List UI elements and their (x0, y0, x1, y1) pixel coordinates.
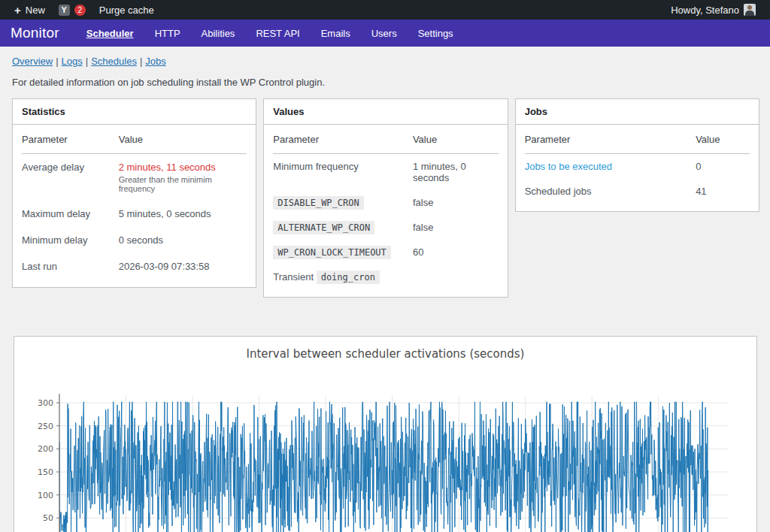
tab-users[interactable]: Users (371, 28, 397, 39)
howdy-label: Howdy, Stefano (671, 5, 739, 16)
table-row: DISABLE_WP_CRONfalse (273, 190, 498, 215)
statistics-card: Statistics ParameterValueAverage delay2 … (12, 98, 256, 288)
yoast-menu[interactable]: Y 2 (52, 0, 92, 20)
breadcrumb-link-logs[interactable]: Logs (62, 56, 83, 67)
constant-badge: WP_CRON_LOCK_TIMEOUT (273, 246, 391, 259)
values-card: Values ParameterValueMinimum frequency1 … (263, 98, 508, 298)
statistics-table: ParameterValueAverage delay2 minutes, 11… (22, 126, 247, 280)
param-cell: Last run (22, 253, 119, 280)
param-cell: Jobs to be executed (525, 154, 696, 180)
breadcrumb-link-overview[interactable]: Overview (12, 56, 53, 67)
plus-icon: + (14, 5, 21, 16)
wp-admin-screen: + New Y 2 Purge cache Howdy, Stefano Mon… (0, 0, 770, 532)
column-header-value: Value (413, 126, 499, 154)
yoast-notification-badge: 2 (74, 5, 86, 16)
interval-line-chart: 0501001502002503000200400600800100012001… (14, 367, 755, 532)
breadcrumb: Overview|Logs|Schedules|Jobs (12, 56, 759, 67)
value-note: Greater than the minimim frequency (119, 175, 247, 193)
new-button-label: New (26, 5, 45, 16)
jobs-to-be-executed-link[interactable]: Jobs to be executed (525, 161, 612, 172)
value-cell (413, 264, 499, 289)
intro-text: For detailed information on job scheduli… (12, 77, 759, 88)
tab-rest-api[interactable]: REST API (256, 28, 299, 39)
value-cell: 5 minutes, 0 seconds (119, 201, 247, 227)
table-row: Maximum delay5 minutes, 0 seconds (22, 201, 247, 227)
table-row: ALTERNATE_WP_CRONfalse (273, 215, 498, 240)
constant-badge: DISABLE_WP_CRON (273, 196, 363, 210)
value-cell: 1 minutes, 0 seconds (413, 154, 499, 191)
param-cell: DISABLE_WP_CRON (273, 190, 413, 215)
table-row: Minimum frequency1 minutes, 0 seconds (273, 154, 498, 191)
chart-title: Interval between scheduler activations (… (14, 347, 756, 361)
value-cell: 2 minutes, 11 secondsGreater than the mi… (119, 154, 247, 201)
table-row: Scheduled jobs41 (525, 179, 750, 204)
statistics-card-title: Statistics (13, 99, 256, 125)
column-header-value: Value (696, 126, 750, 154)
param-cell: WP_CRON_LOCK_TIMEOUT (273, 240, 413, 264)
column-header-parameter: Parameter (22, 126, 119, 154)
chart-card: Interval between scheduler activations (… (14, 336, 757, 532)
table-row: Minimum delay0 seconds (22, 227, 247, 253)
svg-text:100: 100 (38, 491, 53, 500)
constant-badge: doing_cron (317, 271, 380, 284)
param-cell: ALTERNATE_WP_CRON (273, 215, 413, 240)
breadcrumb-separator: | (86, 56, 88, 67)
tab-abilities[interactable]: Abilities (202, 28, 235, 39)
avatar (744, 4, 756, 16)
page-content: Overview|Logs|Schedules|Jobs For detaile… (0, 47, 770, 532)
svg-text:200: 200 (38, 444, 53, 454)
value-cell: 2026-03-09 07:33:58 (119, 253, 247, 280)
param-cell: Maximum delay (22, 201, 119, 227)
value-cell: false (413, 215, 499, 240)
table-row: WP_CRON_LOCK_TIMEOUT60 (273, 240, 498, 264)
admin-bar-right: Howdy, Stefano (664, 0, 762, 20)
svg-text:150: 150 (38, 467, 53, 477)
nav-tabs: SchedulerHTTPAbilitiesREST APIEmailsUser… (86, 28, 453, 39)
svg-text:50: 50 (43, 513, 53, 523)
param-cell: Transient doing_cron (273, 264, 413, 289)
values-table: ParameterValueMinimum frequency1 minutes… (273, 126, 498, 289)
tab-http[interactable]: HTTP (155, 28, 180, 39)
jobs-table: ParameterValueJobs to be executed0Schedu… (525, 126, 750, 204)
yoast-icon: Y (59, 5, 70, 16)
value-cell: 0 (696, 154, 750, 180)
breadcrumb-separator: | (140, 56, 142, 67)
column-header-parameter: Parameter (525, 126, 696, 154)
plugin-title: Monitor (11, 25, 59, 41)
table-row: Average delay2 minutes, 11 secondsGreate… (22, 154, 247, 201)
value-cell: 60 (413, 240, 499, 264)
svg-text:250: 250 (38, 422, 53, 431)
value-cell: 41 (696, 179, 750, 204)
breadcrumb-link-jobs[interactable]: Jobs (145, 56, 165, 67)
constant-badge: ALTERNATE_WP_CRON (273, 221, 374, 234)
value-cell: false (413, 190, 499, 215)
new-button[interactable]: + New (8, 0, 52, 20)
table-row: Last run2026-03-09 07:33:58 (22, 253, 247, 280)
account-menu[interactable]: Howdy, Stefano (664, 0, 762, 20)
purge-cache-button[interactable]: Purge cache (92, 0, 161, 20)
column-header-parameter: Parameter (273, 126, 413, 154)
values-card-title: Values (264, 99, 507, 125)
tab-settings[interactable]: Settings (418, 28, 453, 39)
summary-cards: Statistics ParameterValueAverage delay2 … (12, 98, 759, 298)
jobs-card: Jobs ParameterValueJobs to be executed0S… (515, 98, 759, 212)
column-header-value: Value (119, 126, 247, 154)
param-cell: Minimum delay (22, 227, 119, 253)
tab-emails[interactable]: Emails (321, 28, 350, 39)
param-cell: Average delay (22, 154, 119, 201)
table-row: Transient doing_cron (273, 264, 498, 289)
param-cell: Scheduled jobs (525, 179, 696, 204)
svg-text:300: 300 (38, 398, 53, 408)
value-cell: 0 seconds (119, 227, 247, 253)
breadcrumb-link-schedules[interactable]: Schedules (91, 56, 137, 67)
tab-scheduler[interactable]: Scheduler (86, 28, 134, 39)
table-row: Jobs to be executed0 (525, 154, 750, 180)
breadcrumb-separator: | (56, 56, 58, 67)
plugin-nav-bar: Monitor SchedulerHTTPAbilitiesREST APIEm… (0, 20, 770, 47)
admin-bar: + New Y 2 Purge cache Howdy, Stefano (0, 0, 770, 20)
jobs-card-title: Jobs (516, 99, 759, 125)
param-cell: Minimum frequency (273, 154, 413, 191)
admin-bar-left: + New Y 2 Purge cache (8, 0, 161, 20)
